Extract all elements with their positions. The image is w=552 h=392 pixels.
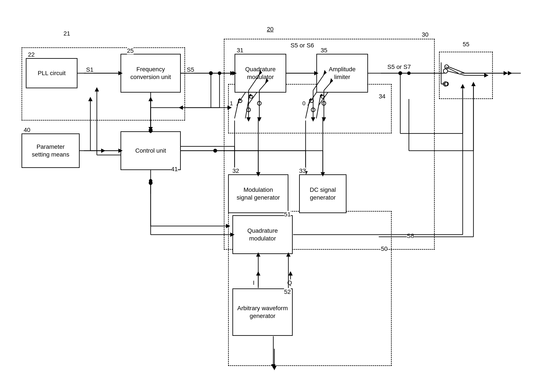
label-s8: S8 (407, 232, 414, 239)
label-51: 51 (284, 211, 291, 218)
label-q: Q (287, 280, 292, 286)
svg-point-48 (149, 179, 152, 182)
svg-marker-19 (148, 127, 153, 131)
param-setting-block: Parameter setting means (21, 133, 80, 168)
label-s5-a: S5 (187, 66, 194, 73)
svg-point-46 (218, 71, 221, 75)
diagram: PLL circuit Frequency conversion unit Qu… (0, 0, 552, 392)
dc-sig-gen-block: DC signal generator (299, 174, 346, 213)
label-s5-b: S5 or S6 (290, 42, 314, 49)
svg-marker-24 (101, 148, 105, 153)
mod-sig-gen-block: Modulation signal generator (228, 174, 288, 213)
label-41: 41 (171, 166, 178, 173)
label-i: I (253, 280, 255, 286)
svg-point-66 (443, 82, 448, 86)
svg-line-63 (316, 95, 321, 118)
amplitude-limiter-block: Amplitude limiter (316, 54, 368, 92)
control-unit-block: Control unit (121, 131, 181, 170)
svg-point-65 (443, 69, 448, 73)
svg-line-57 (235, 99, 239, 118)
arb-wfm-block: Arbitrary waveform generator (232, 288, 293, 336)
svg-line-59 (245, 95, 250, 118)
svg-point-107 (149, 181, 152, 185)
label-20: 20 (267, 26, 274, 33)
label-30: 30 (422, 31, 428, 38)
svg-marker-95 (508, 71, 512, 75)
label-32: 32 (232, 168, 239, 174)
label-35: 35 (321, 47, 327, 54)
svg-marker-64 (320, 94, 323, 97)
label-34: 34 (379, 93, 386, 100)
svg-marker-45 (272, 366, 276, 370)
pll-circuit-block: PLL circuit (26, 58, 77, 88)
svg-line-67 (448, 71, 465, 75)
label-40: 40 (24, 126, 30, 133)
svg-marker-60 (248, 94, 252, 97)
label-50: 50 (381, 245, 388, 252)
label-33: 33 (299, 168, 306, 174)
switch1-svg (228, 92, 271, 125)
switch55-svg (439, 54, 495, 101)
switch0-svg (299, 92, 342, 125)
label-22: 22 (28, 51, 35, 58)
label-31: 31 (237, 47, 243, 54)
quad-modulator-block: Quadrature modulator (235, 54, 286, 92)
svg-marker-13 (504, 71, 508, 75)
svg-point-110 (213, 149, 217, 153)
label-s5-c: S5 or S7 (387, 63, 411, 70)
svg-marker-69 (484, 73, 489, 77)
label-s1: S1 (86, 66, 93, 73)
freq-conversion-block: Frequency conversion unit (121, 54, 181, 92)
label-21: 21 (63, 30, 70, 37)
label-52: 52 (284, 288, 291, 295)
label-25: 25 (127, 47, 134, 54)
quad-modulator2-block: Quadrature modulator (232, 215, 293, 254)
svg-line-61 (306, 99, 310, 118)
label-55: 55 (463, 41, 469, 48)
svg-point-74 (209, 71, 213, 75)
